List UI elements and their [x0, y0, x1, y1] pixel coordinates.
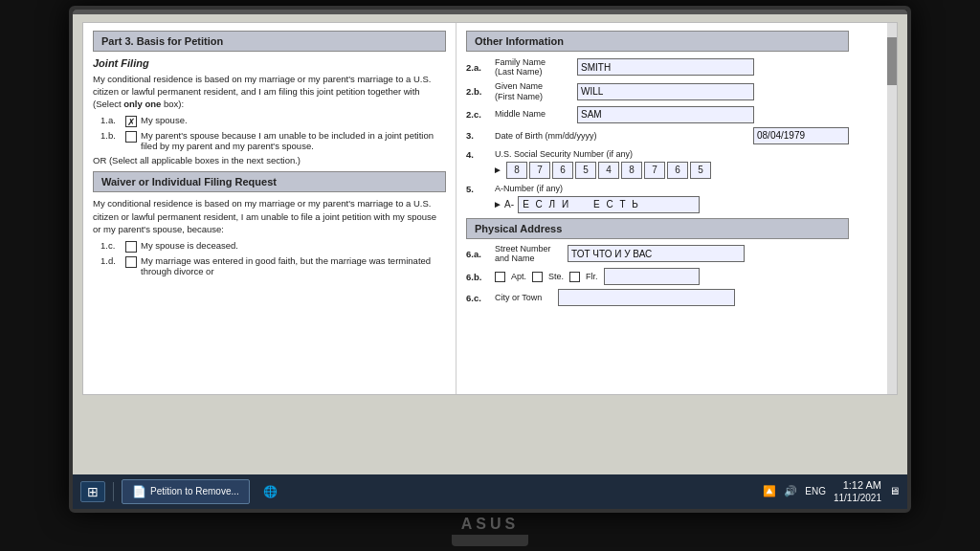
field-2a-label: Family Name(Last Name) — [495, 57, 571, 78]
apt-number-input[interactable] — [604, 268, 700, 285]
ssn-box-7b[interactable]: 7 — [644, 162, 665, 179]
ssn-box-4[interactable]: 4 — [598, 162, 619, 179]
ssn-box-5[interactable]: 5 — [575, 162, 596, 179]
item-1a-num: 1.a. — [100, 115, 122, 125]
street-input[interactable] — [568, 245, 745, 262]
right-panel: Other Information 2.a. Family Name(Last … — [457, 23, 858, 394]
petition-app-btn[interactable]: 📄 Petition to Remove... — [122, 479, 250, 504]
ste-label: Ste. — [548, 272, 564, 281]
ssn-box-8[interactable]: 8 — [506, 162, 527, 179]
field-6c: 6.c. City or Town — [466, 289, 849, 306]
checkbox-item-1b: 1.b. My parent's spouse because I am una… — [100, 130, 446, 151]
ste-checkbox[interactable] — [532, 272, 543, 282]
left-panel: Part 3. Basis for Petition Joint Filing … — [83, 23, 457, 394]
checkbox-item-1d: 1.d. My marriage was entered in good fai… — [100, 255, 446, 276]
family-name-input[interactable] — [577, 58, 754, 76]
monitor-stand — [452, 535, 528, 546]
field-6a-num: 6.a. — [466, 249, 489, 259]
time-date-display: 1:12 AM 11/11/2021 — [834, 478, 881, 504]
petition-app-icon: 📄 — [132, 485, 146, 498]
checkbox-1d[interactable] — [125, 256, 137, 268]
field-6b-num: 6.b. — [466, 272, 489, 282]
joint-filing-section: Joint Filing My conditional residence is… — [93, 57, 446, 166]
part3-title: Part 3. Basis for Petition — [101, 35, 223, 47]
a-number-label: A-Number (if any) — [495, 184, 563, 193]
a-number-arrow: ► A- — [493, 199, 514, 209]
petition-app-label: Petition to Remove... — [150, 486, 239, 496]
middle-name-input[interactable] — [577, 106, 754, 123]
document-container: Part 3. Basis for Petition Joint Filing … — [82, 22, 898, 395]
dob-input[interactable] — [753, 127, 849, 144]
item-1b-text: My parent's spouse because I am unable t… — [141, 130, 446, 151]
dob-label: Date of Birth (mm/dd/yyyy) — [495, 131, 747, 141]
taskbar-divider — [113, 482, 114, 501]
item-1d-num: 1.d. — [100, 255, 122, 266]
item-1c-text: My spouse is deceased. — [141, 240, 238, 251]
field-2c-num: 2.c. — [466, 109, 489, 120]
field-2a-num: 2.a. — [466, 62, 489, 73]
field-5: 5. A-Number (if any) ► A- — [466, 184, 849, 213]
taskbar-right: 🔼 🔊 ENG 1:12 AM 11/11/2021 🖥 — [763, 478, 900, 504]
language-label[interactable]: ENG — [805, 486, 826, 496]
ssn-box-6b[interactable]: 6 — [667, 162, 688, 179]
scrollbar-thumb[interactable] — [887, 37, 897, 85]
field-6a: 6.a. Street Numberand Name — [466, 244, 849, 265]
start-button[interactable]: ⊞ — [80, 481, 105, 502]
physical-address-header: Physical Address — [466, 218, 849, 239]
field-2c: 2.c. Middle Name — [466, 106, 849, 123]
checkbox-1b[interactable] — [125, 131, 137, 143]
item-1c-num: 1.c. — [100, 240, 122, 251]
ssn-box-8b[interactable]: 8 — [621, 162, 642, 179]
flr-label: Flr. — [586, 272, 598, 281]
apt-checkbox[interactable] — [495, 272, 505, 282]
flr-checkbox[interactable] — [569, 272, 580, 282]
given-name-input[interactable] — [577, 83, 754, 100]
field-2b-label: Given Name(First Name) — [495, 81, 571, 102]
volume-icon[interactable]: 🔊 — [784, 485, 797, 497]
screen: Part 3. Basis for Petition Joint Filing … — [73, 14, 907, 474]
ssn-box-6[interactable]: 6 — [552, 162, 573, 179]
field-6b: 6.b. Apt. Ste. Flr. — [466, 268, 849, 285]
field-4-num: 4. — [466, 149, 489, 160]
joint-filing-title: Joint Filing — [93, 57, 446, 69]
checkbox-1a[interactable]: ✗ — [125, 116, 137, 127]
field-6a-label: Street Numberand Name — [495, 244, 562, 265]
waiver-section: Waiver or Individual Filing Request My c… — [93, 171, 446, 276]
browser-btn[interactable]: 🌐 — [257, 483, 283, 500]
field-6c-num: 6.c. — [466, 293, 489, 303]
checkbox-1c[interactable] — [125, 241, 137, 253]
part3-header: Part 3. Basis for Petition — [93, 31, 446, 52]
windows-icon: ⊞ — [87, 484, 99, 499]
ssn-arrow: ► — [493, 165, 502, 175]
city-label: City or Town — [495, 293, 552, 302]
ssn-box-7[interactable]: 7 — [529, 162, 550, 179]
ssn-box-5b[interactable]: 5 — [690, 162, 711, 179]
field-4: 4. U.S. Social Security Number (if any) … — [466, 149, 849, 179]
taskbar: ⊞ 📄 Petition to Remove... 🌐 🔼 🔊 ENG 1:12… — [73, 474, 907, 509]
field-2b: 2.b. Given Name(First Name) — [466, 81, 849, 102]
date-display: 11/11/2021 — [834, 492, 881, 504]
joint-filing-body: My conditional residence is based on my … — [93, 73, 446, 111]
field-3-num: 3. — [466, 130, 489, 141]
city-input[interactable] — [558, 289, 735, 306]
other-info-header: Other Information — [466, 31, 849, 52]
field-3: 3. Date of Birth (mm/dd/yyyy) — [466, 127, 849, 144]
time-display: 1:12 AM — [834, 478, 881, 492]
or-text: OR (Select all applicable boxes in the n… — [93, 155, 446, 165]
waiver-body: My conditional residence is based on my … — [93, 197, 446, 235]
field-2c-label: Middle Name — [495, 109, 571, 120]
waiver-header: Waiver or Individual Filing Request — [93, 171, 446, 192]
a-number-row: ► A- — [493, 196, 849, 213]
taskbar-left: ⊞ 📄 Petition to Remove... 🌐 — [80, 479, 283, 504]
field-5-num: 5. — [466, 184, 489, 194]
scrollbar[interactable] — [887, 23, 897, 394]
field-2b-num: 2.b. — [466, 86, 489, 97]
show-desktop-icon[interactable]: 🖥 — [889, 485, 900, 496]
asus-logo-area — [73, 403, 907, 407]
a-number-input[interactable] — [518, 196, 700, 213]
item-1d-text: My marriage was entered in good faith, b… — [141, 255, 446, 276]
checkbox-item-1a: 1.a. ✗ My spouse. — [100, 115, 446, 127]
field-2a: 2.a. Family Name(Last Name) — [466, 57, 849, 78]
checkbox-item-1c: 1.c. My spouse is deceased. — [100, 240, 446, 253]
asus-logo: ASUS — [461, 516, 519, 533]
